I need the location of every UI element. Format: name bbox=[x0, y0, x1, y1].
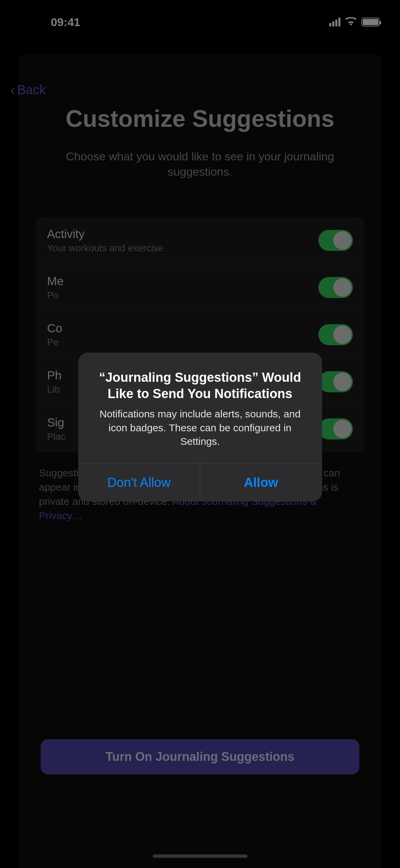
alert-title: “Journaling Suggestions” Would Like to S… bbox=[93, 370, 307, 402]
allow-button[interactable]: Allow bbox=[200, 464, 322, 501]
dont-allow-button[interactable]: Don't Allow bbox=[78, 464, 201, 501]
alert-message: Notifications may include alerts, sounds… bbox=[93, 407, 307, 449]
notification-permission-alert: “Journaling Suggestions” Would Like to S… bbox=[78, 353, 322, 501]
